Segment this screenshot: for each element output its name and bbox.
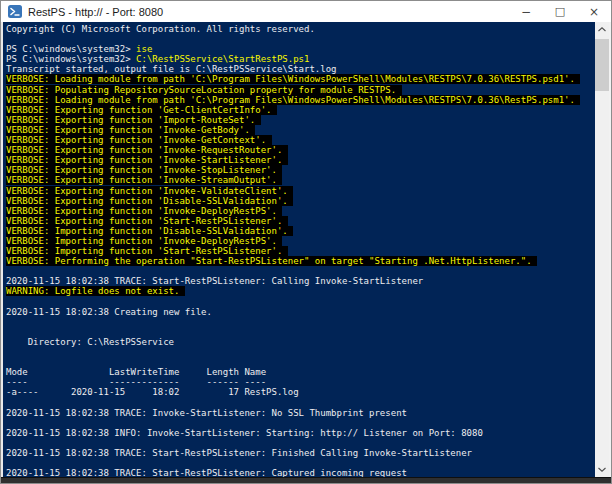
console-line: VERBOSE: Exporting function 'Invoke-Vali… (6, 186, 595, 196)
console-line: VERBOSE: Exporting function 'Invoke-Stre… (6, 175, 595, 185)
scrollbar-thumb[interactable] (595, 39, 609, 91)
console-line (6, 418, 595, 428)
console-line: 2020-11-15 18:02:38 INFO: Invoke-StartLi… (6, 428, 595, 438)
console-line: 2020-11-15 18:02:38 TRACE: Start-RestPSL… (6, 276, 595, 286)
chevron-up-icon (598, 27, 606, 32)
console-line (6, 397, 595, 407)
console-line (6, 317, 595, 327)
console-line (6, 347, 595, 357)
minimize-button[interactable]: − (509, 1, 543, 22)
console-line (6, 458, 595, 468)
scroll-up-button[interactable] (595, 22, 609, 37)
powershell-icon (8, 5, 22, 18)
console-line: VERBOSE: Exporting function 'Invoke-GetB… (6, 125, 595, 135)
window-right-border (609, 22, 611, 477)
console-line: VERBOSE: Exporting function 'Invoke-Stop… (6, 165, 595, 175)
console-line: 2020-11-15 18:02:38 TRACE: Invoke-StartL… (6, 408, 595, 418)
console-line (6, 266, 595, 276)
window-bottom-border (1, 477, 611, 483)
console-line: PS C:\windows\system32> C:\RestPSService… (6, 54, 595, 64)
console-line: VERBOSE: Importing function 'Invoke-Depl… (6, 236, 595, 246)
console-line: VERBOSE: Exporting function 'Start-RestP… (6, 216, 595, 226)
console-line: 2020-11-15 18:02:38 TRACE: Start-RestPSL… (6, 468, 595, 477)
console-line: VERBOSE: Exporting function 'Invoke-Star… (6, 155, 595, 165)
console-line: ---- ------------- ------ ---- (6, 377, 595, 387)
console-line: VERBOSE: Performing the operation "Start… (6, 256, 595, 266)
console-line: VERBOSE: Populating RepositorySourceLoca… (6, 85, 595, 95)
title-bar[interactable]: RestPS - http:// - Port: 8080 − □ × (1, 1, 611, 22)
console-line: Transcript started, output file is C:\Re… (6, 64, 595, 74)
powershell-window: RestPS - http:// - Port: 8080 − □ × Copy… (0, 0, 612, 484)
console-line: VERBOSE: Exporting function 'Invoke-Requ… (6, 145, 595, 155)
console-line: VERBOSE: Exporting function 'Invoke-GetC… (6, 135, 595, 145)
console-line (6, 327, 595, 337)
console-line (6, 438, 595, 448)
console-line: -a---- 2020-11-15 18:02 17 RestPS.log (6, 387, 595, 397)
console-line: Copyright (C) Microsoft Corporation. All… (6, 24, 595, 34)
vertical-scrollbar[interactable] (595, 22, 609, 477)
console-output[interactable]: Copyright (C) Microsoft Corporation. All… (3, 22, 595, 477)
close-button[interactable]: × (577, 1, 611, 22)
console-line: VERBOSE: Loading module from path 'C:\Pr… (6, 95, 595, 105)
console-body: Copyright (C) Microsoft Corporation. All… (1, 22, 611, 477)
console-line: 2020-11-15 18:02:38 TRACE: Start-RestPSL… (6, 448, 595, 458)
console-line (6, 34, 595, 44)
window-title: RestPS - http:// - Port: 8080 (28, 6, 163, 18)
console-line: WARNING: Logfile does not exist. (6, 286, 595, 296)
console-line: VERBOSE: Loading module from path 'C:\Pr… (6, 74, 595, 84)
window-controls: − □ × (509, 1, 611, 22)
chevron-down-icon (598, 467, 606, 472)
maximize-button[interactable]: □ (543, 1, 577, 22)
console-line: VERBOSE: Importing function 'Disable-SSL… (6, 226, 595, 236)
scroll-down-button[interactable] (595, 462, 609, 477)
console-line: PS C:\windows\system32> ise (6, 44, 595, 54)
console-line: VERBOSE: Exporting function 'Invoke-Depl… (6, 206, 595, 216)
console-line (6, 357, 595, 367)
console-line: VERBOSE: Importing function 'Start-RestP… (6, 246, 595, 256)
console-line: VERBOSE: Exporting function 'Disable-SSL… (6, 196, 595, 206)
console-line: 2020-11-15 18:02:38 Creating new file. (6, 307, 595, 317)
console-line: VERBOSE: Exporting function 'Get-ClientC… (6, 105, 595, 115)
console-line: Mode LastWriteTime Length Name (6, 367, 595, 377)
console-line: VERBOSE: Exporting function 'Import-Rout… (6, 115, 595, 125)
console-line (6, 297, 595, 307)
console-line: Directory: C:\RestPSService (6, 337, 595, 347)
